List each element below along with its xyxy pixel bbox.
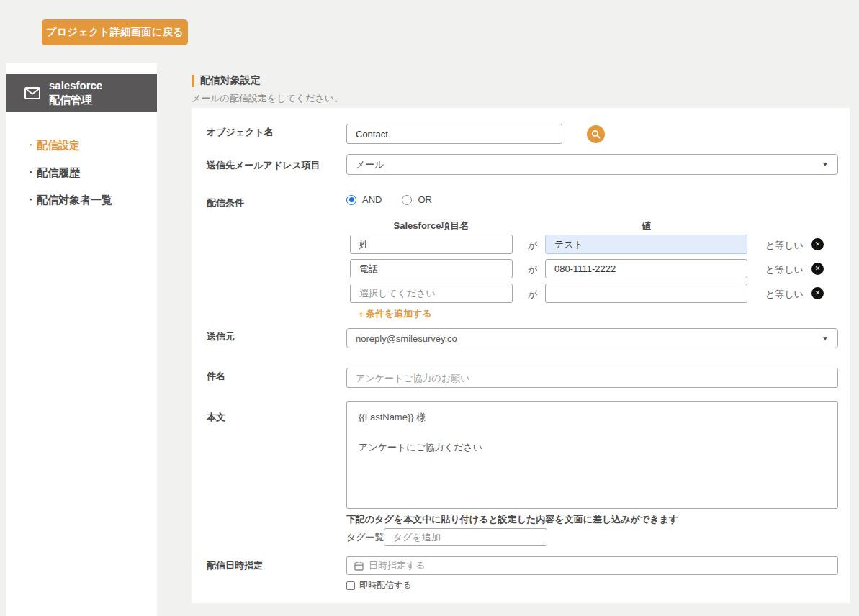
radio-or[interactable]: OR: [402, 194, 432, 205]
condition-operator: と等しい: [765, 288, 804, 301]
condition-value-input[interactable]: [545, 235, 747, 254]
remove-condition-button[interactable]: ✕: [811, 263, 824, 275]
condition-connector: が: [528, 239, 537, 252]
bullet-icon: ・: [26, 194, 35, 207]
condition-connector: が: [528, 288, 537, 301]
sidebar-title-line2: 配信管理: [49, 93, 102, 107]
remove-condition-button[interactable]: ✕: [811, 238, 824, 250]
schedule-label: 配信日時指定: [207, 559, 263, 572]
add-condition-link[interactable]: ＋条件を追加する: [356, 307, 432, 320]
sidebar-item-label: 配信設定: [37, 139, 80, 153]
delivery-settings-panel: オブジェクト名 送信先メールアドレス項目 メール ▼ 配信条件 AND: [192, 108, 850, 603]
radio-or-icon: [402, 195, 412, 205]
chevron-down-icon: ▼: [822, 161, 829, 168]
sidebar-item-label: 配信対象者一覧: [37, 194, 112, 207]
sidebar-item-recipient-list[interactable]: ・ 配信対象者一覧: [6, 186, 157, 214]
email-field-selected-value: メール: [356, 158, 384, 171]
object-name-label: オブジェクト名: [207, 126, 274, 139]
tag-note: 下記のタグを本文中に貼り付けると設定した内容を文面に差し込みができます: [346, 513, 678, 526]
sender-label: 送信元: [207, 330, 235, 343]
title-accent-bar: [192, 75, 194, 87]
column-header-field: Salesforce項目名: [350, 219, 513, 232]
condition-value-input[interactable]: [545, 259, 747, 278]
body-label: 本文: [207, 411, 225, 424]
screen: プロジェクト詳細画面に戻る salesforce 配信管理 ・ 配信設定 ・ 配…: [0, 0, 859, 616]
sender-selected-value: noreply@smilesurvey.co: [356, 333, 457, 344]
sidebar-item-label: 配信履歴: [37, 166, 80, 180]
search-button[interactable]: [587, 125, 605, 143]
page-title-text: 配信対象設定: [200, 74, 261, 87]
mail-icon: [24, 87, 40, 99]
bullet-icon: ・: [26, 139, 35, 152]
email-field-select[interactable]: メール ▼: [346, 154, 838, 175]
sidebar: salesforce 配信管理 ・ 配信設定 ・ 配信履歴 ・ 配信対象者一覧: [6, 63, 157, 616]
section-head: 配信対象設定 メールの配信設定をしてください。: [192, 74, 343, 105]
subject-label: 件名: [207, 370, 225, 383]
bullet-icon: ・: [26, 166, 35, 179]
sender-select[interactable]: noreply@smilesurvey.co ▼: [346, 328, 838, 348]
sidebar-title-line1: salesforce: [49, 78, 102, 93]
sidebar-title: salesforce 配信管理: [49, 78, 102, 108]
sidebar-nav: ・ 配信設定 ・ 配信履歴 ・ 配信対象者一覧: [6, 132, 157, 214]
condition-field-input[interactable]: [350, 284, 513, 303]
immediate-delivery-label: 即時配信する: [359, 579, 412, 592]
condition-field-input[interactable]: [350, 259, 513, 278]
subject-input[interactable]: [346, 368, 838, 388]
sidebar-header: salesforce 配信管理: [6, 74, 157, 112]
tag-list-label: タグ一覧: [346, 531, 384, 544]
chevron-down-icon: ▼: [822, 335, 829, 341]
email-field-label: 送信先メールアドレス項目: [207, 159, 320, 172]
condition-operator: と等しい: [765, 263, 804, 276]
object-name-input[interactable]: [346, 124, 562, 144]
back-to-project-button[interactable]: プロジェクト詳細画面に戻る: [42, 19, 188, 45]
radio-and-icon: [346, 195, 356, 205]
calendar-icon: [354, 561, 364, 571]
radio-and[interactable]: AND: [346, 194, 382, 205]
search-icon: [591, 130, 601, 139]
condition-connector: が: [528, 263, 537, 276]
checkbox-icon: [346, 581, 355, 590]
condition-field-input[interactable]: [350, 235, 513, 254]
conditions-label: 配信条件: [207, 196, 244, 209]
page-subtitle: メールの配信設定をしてください。: [192, 92, 343, 105]
column-header-value: 値: [545, 219, 747, 232]
schedule-placeholder: 日時指定する: [369, 559, 426, 572]
sidebar-item-delivery-settings[interactable]: ・ 配信設定: [6, 132, 157, 159]
condition-operator: と等しい: [765, 239, 804, 252]
remove-condition-button[interactable]: ✕: [811, 287, 824, 299]
tag-add-input[interactable]: [384, 528, 547, 546]
operator-radio-group: AND OR: [346, 194, 432, 205]
page-title: 配信対象設定: [192, 74, 343, 87]
body-textarea[interactable]: {{LastName}} 様 アンケートにご協力ください: [346, 401, 838, 509]
close-icon: ✕: [815, 240, 821, 248]
close-icon: ✕: [815, 289, 821, 296]
radio-and-label: AND: [362, 194, 382, 205]
sidebar-item-delivery-history[interactable]: ・ 配信履歴: [6, 159, 157, 186]
immediate-delivery-option[interactable]: 即時配信する: [346, 579, 412, 592]
condition-value-input[interactable]: [545, 284, 747, 303]
schedule-datetime-input[interactable]: 日時指定する: [346, 556, 838, 575]
radio-or-label: OR: [418, 194, 432, 205]
close-icon: ✕: [815, 265, 821, 272]
